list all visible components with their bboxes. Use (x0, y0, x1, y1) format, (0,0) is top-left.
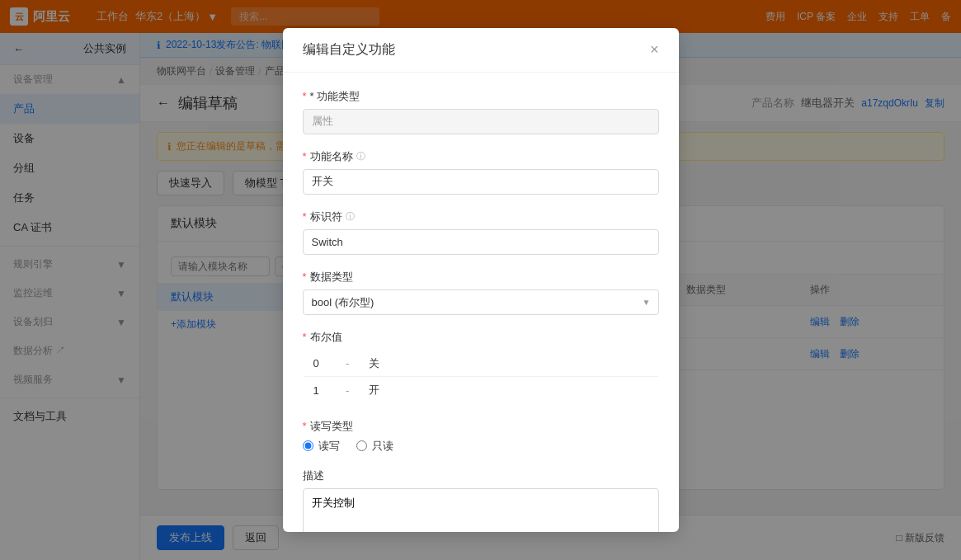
bool-key-0: 0 (303, 350, 336, 377)
required-mark: * (303, 90, 307, 102)
form-item-description: 描述 开关控制 4/100 (303, 468, 659, 532)
form-item-data-type: * 数据类型 bool (布尔型) int32 float double enu… (303, 270, 659, 315)
bool-sep-1: - (336, 377, 359, 404)
info-icon-name: ⓘ (356, 150, 365, 162)
bool-value-1-cell (359, 377, 658, 404)
radio-read-write-input[interactable] (303, 440, 313, 451)
form-item-function-name: * 功能名称 ⓘ (303, 149, 659, 195)
bool-row-0: 0 - (303, 350, 658, 377)
radio-read-write[interactable]: 读写 (303, 439, 340, 454)
form-label-data-type: * 数据类型 (303, 270, 659, 285)
dialog-overlay: 编辑自定义功能 × * * 功能类型 * 功能名称 ⓘ (0, 0, 961, 560)
form-label-function-type: * * 功能类型 (303, 89, 659, 104)
textarea-wrapper: 开关控制 4/100 (303, 488, 659, 532)
function-type-input (303, 109, 659, 134)
info-icon-identifier: ⓘ (346, 210, 355, 223)
radio-group-read-write: 读写 只读 (303, 439, 659, 454)
form-item-identifier: * 标识符 ⓘ (303, 209, 659, 255)
form-label-identifier: * 标识符 ⓘ (303, 209, 659, 224)
dialog-title: 编辑自定义功能 (303, 41, 395, 59)
radio-read-write-label: 读写 (318, 439, 340, 454)
edit-dialog: 编辑自定义功能 × * * 功能类型 * 功能名称 ⓘ (283, 28, 679, 532)
bool-table: 0 - 1 - (303, 350, 659, 404)
dialog-header: 编辑自定义功能 × (283, 28, 679, 73)
form-item-function-type: * * 功能类型 (303, 89, 659, 134)
data-type-select-wrapper: bool (布尔型) int32 float double enum strin… (303, 289, 659, 315)
radio-read-only-label: 只读 (372, 439, 393, 454)
form-label-description: 描述 (303, 468, 659, 483)
bool-row-1: 1 - (303, 377, 658, 404)
bool-value-1-input[interactable] (369, 384, 648, 397)
function-name-input[interactable] (303, 169, 659, 195)
data-type-select[interactable]: bool (布尔型) int32 float double enum strin… (303, 289, 659, 315)
dialog-body: * * 功能类型 * 功能名称 ⓘ * 标识符 ⓘ (283, 73, 679, 532)
bool-value-0-cell (359, 350, 658, 377)
dialog-close-button[interactable]: × (650, 42, 659, 57)
form-label-function-name: * 功能名称 ⓘ (303, 149, 659, 164)
bool-key-1: 1 (303, 377, 336, 404)
form-label-bool-value: * 布尔值 (303, 330, 659, 345)
bool-value-0-input[interactable] (369, 357, 648, 369)
bool-sep-0: - (336, 350, 359, 377)
radio-read-only-input[interactable] (356, 440, 367, 451)
form-item-bool-value: * 布尔值 0 - 1 - (303, 330, 659, 404)
description-textarea[interactable]: 开关控制 (303, 488, 659, 532)
identifier-input[interactable] (303, 229, 659, 255)
form-item-read-write: * 读写类型 读写 只读 (303, 419, 659, 454)
radio-read-only[interactable]: 只读 (356, 439, 393, 454)
form-label-read-write: * 读写类型 (303, 419, 659, 434)
